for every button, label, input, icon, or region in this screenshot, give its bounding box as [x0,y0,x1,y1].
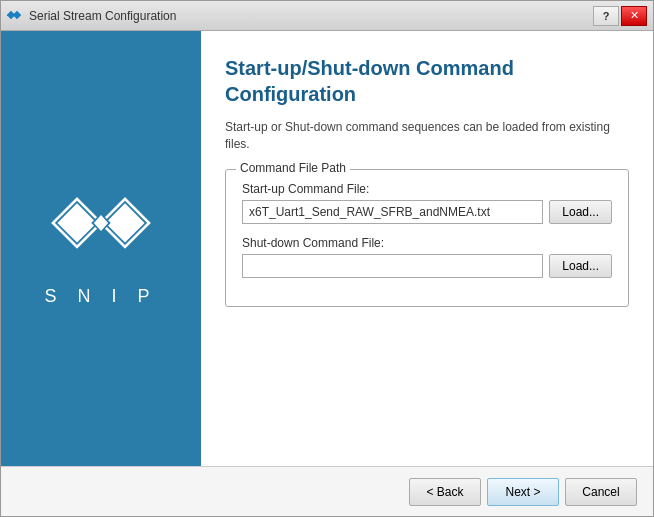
window-title: Serial Stream Configuration [29,9,593,23]
shutdown-file-row: Shut-down Command File: Load... [242,236,612,278]
startup-file-input[interactable] [242,200,543,224]
page-title: Start-up/Shut-down Command Configuration [225,55,629,107]
cancel-button[interactable]: Cancel [565,478,637,506]
close-button[interactable]: ✕ [621,6,647,26]
svg-marker-4 [57,203,96,242]
startup-file-row: Start-up Command File: Load... [242,182,612,224]
content-spacer [225,323,629,466]
group-box-legend: Command File Path [236,161,350,175]
svg-marker-5 [105,203,144,242]
description-text: Start-up or Shut-down command sequences … [225,119,629,153]
window-icon [7,8,23,24]
footer: < Back Next > Cancel [1,466,653,516]
shutdown-load-button[interactable]: Load... [549,254,612,278]
startup-file-input-row: Load... [242,200,612,224]
shutdown-file-input-row: Load... [242,254,612,278]
svg-rect-1 [13,10,21,18]
main-window: Serial Stream Configuration ? ✕ [0,0,654,517]
title-bar-buttons: ? ✕ [593,6,647,26]
sidebar-logo: S N I P [44,190,157,307]
main-content-panel: Start-up/Shut-down Command Configuration… [201,31,653,466]
shutdown-file-input[interactable] [242,254,543,278]
command-file-path-group: Command File Path Start-up Command File:… [225,169,629,307]
window-body: S N I P Start-up/Shut-down Command Confi… [1,31,653,466]
sidebar-brand-label: S N I P [44,286,157,307]
back-button[interactable]: < Back [409,478,481,506]
shutdown-file-label: Shut-down Command File: [242,236,612,250]
startup-load-button[interactable]: Load... [549,200,612,224]
logo-diamonds [51,190,151,270]
title-bar: Serial Stream Configuration ? ✕ [1,1,653,31]
help-button[interactable]: ? [593,6,619,26]
sidebar: S N I P [1,31,201,466]
next-button[interactable]: Next > [487,478,559,506]
startup-file-label: Start-up Command File: [242,182,612,196]
